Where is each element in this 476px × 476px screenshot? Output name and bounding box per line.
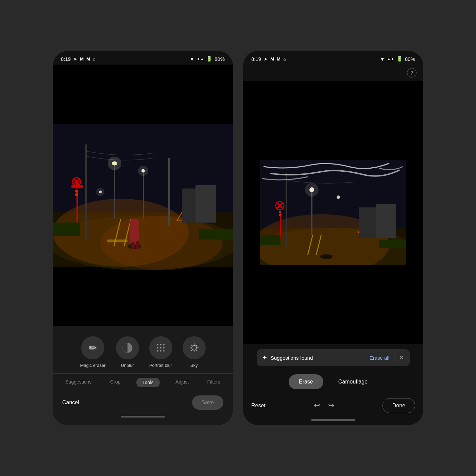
gmail-icon-1: M <box>80 56 84 62</box>
svg-rect-32 <box>199 230 233 240</box>
time-1: 8:19 <box>61 56 71 62</box>
svg-point-4 <box>100 216 223 270</box>
svg-line-52 <box>196 345 197 346</box>
phone1-content: ✏ Magic eraser Unblur <box>53 65 233 425</box>
home-icon: ⌂ <box>93 56 96 62</box>
svg-rect-5 <box>107 240 128 242</box>
svg-point-45 <box>192 345 197 350</box>
svg-rect-7 <box>168 158 170 226</box>
tool-unblur[interactable]: Unblur <box>116 336 139 368</box>
status-right-2: ▼ ▲▲ 🔋 80% <box>380 56 415 62</box>
svg-rect-28 <box>136 241 139 249</box>
tab-adjust[interactable]: Adjust <box>173 378 191 387</box>
gmail-icon-3: M <box>270 56 274 62</box>
svg-point-39 <box>157 347 158 348</box>
erase-button[interactable]: Erase <box>289 374 323 389</box>
reset-button[interactable]: Reset <box>251 403 266 409</box>
undo-button[interactable]: ↩ <box>314 401 320 410</box>
svg-line-50 <box>191 345 192 346</box>
battery-pct-1: 80% <box>215 56 225 62</box>
unblur-icon <box>116 336 139 359</box>
redo-button[interactable]: ↪ <box>328 401 334 410</box>
bottom-action-bar-2: Reset ↩ ↪ Done <box>243 395 423 419</box>
tool-sky[interactable]: Sky <box>183 336 206 368</box>
nav-tabs: Suggestions Crop Tools Adjust Filters <box>53 373 233 391</box>
photo-area-2[interactable] <box>243 81 423 344</box>
svg-rect-8 <box>114 165 115 219</box>
suggestions-right: Erase all ✕ <box>370 354 404 361</box>
svg-point-61 <box>305 183 319 197</box>
save-button[interactable]: Save <box>192 395 223 410</box>
svg-point-14 <box>138 166 148 176</box>
svg-point-16 <box>96 188 104 196</box>
svg-point-68 <box>320 254 333 259</box>
erase-all-button[interactable]: Erase all <box>370 355 389 361</box>
svg-rect-6 <box>85 144 87 240</box>
help-button[interactable]: ? <box>407 68 417 78</box>
tab-tools[interactable]: Tools <box>136 378 160 387</box>
svg-point-62 <box>337 196 340 199</box>
status-right-1: ▼ ▲▲ 🔋 80% <box>189 56 225 62</box>
action-bar-1: Cancel Save <box>53 391 233 416</box>
status-left-1: 8:19 ➤ M M ⌂ <box>61 56 96 62</box>
battery-icon: 🔋 <box>206 56 213 62</box>
tab-suggestions[interactable]: Suggestions <box>63 378 94 387</box>
home-indicator-2 <box>311 419 355 421</box>
wifi-icon-2: ▼ <box>380 56 385 62</box>
portrait-blur-icon <box>149 336 172 359</box>
tools-row: ✏ Magic eraser Unblur <box>53 333 233 373</box>
signal-icon: ▲▲ <box>197 57 204 61</box>
cancel-button[interactable]: Cancel <box>62 400 79 406</box>
magic-eraser-label: Magic eraser <box>80 363 105 368</box>
svg-rect-30 <box>196 185 216 223</box>
battery-icon-2: 🔋 <box>396 56 403 62</box>
time-2: 8:19 <box>251 56 261 62</box>
svg-point-34 <box>75 193 78 196</box>
svg-point-71 <box>279 211 281 213</box>
svg-point-36 <box>157 344 158 345</box>
svg-rect-73 <box>260 235 280 245</box>
top-bar-2: ? <box>243 65 423 81</box>
tab-crop[interactable]: Crop <box>107 378 123 387</box>
home-icon-2: ⌂ <box>283 56 286 62</box>
svg-rect-17 <box>76 192 78 226</box>
undo-redo-group: ↩ ↪ <box>314 401 334 410</box>
location-icon: ➤ <box>73 56 77 62</box>
svg-rect-58 <box>286 173 287 248</box>
gmail-icon-2: M <box>86 56 90 62</box>
status-bar-1: 8:19 ➤ M M ⌂ ▼ ▲▲ 🔋 80% <box>53 51 233 65</box>
svg-point-26 <box>130 219 139 228</box>
svg-point-37 <box>160 344 162 345</box>
svg-rect-74 <box>379 240 406 248</box>
svg-rect-70 <box>376 204 396 238</box>
svg-rect-59 <box>311 190 312 235</box>
tab-filters[interactable]: Filters <box>205 378 223 387</box>
svg-rect-12 <box>143 172 144 219</box>
svg-point-41 <box>163 347 165 348</box>
suggestions-text: Suggestions found <box>271 355 313 361</box>
svg-point-42 <box>157 350 158 352</box>
svg-point-72 <box>279 214 281 216</box>
tool-portrait-blur[interactable]: Portrait blur <box>149 336 172 368</box>
svg-rect-31 <box>53 223 80 236</box>
svg-point-43 <box>160 350 162 352</box>
camouflage-button[interactable]: Camouflage <box>328 374 378 389</box>
svg-line-51 <box>196 350 197 351</box>
signal-icon-2: ▲▲ <box>387 57 394 61</box>
svg-point-38 <box>163 344 165 345</box>
unblur-label: Unblur <box>121 363 134 368</box>
suggestions-wrapper: ✦ Suggestions found Erase all ✕ <box>243 344 423 369</box>
photo-area-1[interactable] <box>53 65 233 326</box>
divider <box>394 354 394 361</box>
gmail-icon-4: M <box>277 56 280 62</box>
home-indicator-1 <box>121 416 165 418</box>
close-suggestions-button[interactable]: ✕ <box>399 354 404 361</box>
svg-point-11 <box>108 157 121 170</box>
svg-point-33 <box>75 190 78 193</box>
done-button[interactable]: Done <box>382 398 415 413</box>
status-left-2: 8:19 ➤ M M ⌂ <box>251 56 286 62</box>
tool-magic-eraser[interactable]: ✏ Magic eraser <box>80 336 105 368</box>
erase-camouflage-row: Erase Camouflage <box>243 369 423 395</box>
portrait-blur-label: Portrait blur <box>149 363 172 368</box>
status-bar-2: 8:19 ➤ M M ⌂ ▼ ▲▲ 🔋 80% <box>243 51 423 65</box>
